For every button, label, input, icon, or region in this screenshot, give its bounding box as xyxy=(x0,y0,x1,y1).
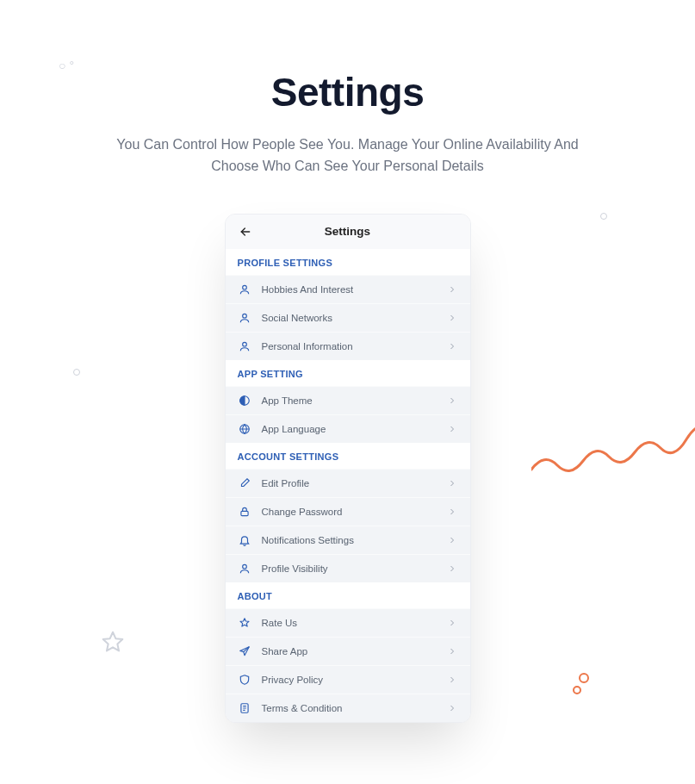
theme-icon xyxy=(238,394,251,408)
document-icon xyxy=(238,701,251,715)
row-terms[interactable]: Terms & Condition xyxy=(226,694,470,722)
svg-point-3 xyxy=(242,314,246,318)
section-header-profile: PROFILE SETTINGS xyxy=(226,249,470,275)
globe-icon xyxy=(238,422,251,436)
section-header-account: ACCOUNT SETTINGS xyxy=(226,443,470,469)
decoration-dots: ○° xyxy=(59,59,78,72)
star-icon xyxy=(238,616,251,630)
chevron-right-icon xyxy=(446,506,458,518)
row-notifications[interactable]: Notifications Settings xyxy=(226,526,470,554)
row-label: Edit Profile xyxy=(262,478,446,488)
chevron-right-icon xyxy=(446,674,458,686)
chevron-right-icon xyxy=(446,617,458,629)
svg-point-1 xyxy=(574,687,580,694)
decoration-circle xyxy=(600,213,607,220)
row-rate[interactable]: Rate Us xyxy=(226,608,470,637)
row-label: Notifications Settings xyxy=(262,535,446,545)
row-label: Terms & Condition xyxy=(262,703,446,713)
chevron-right-icon xyxy=(446,534,458,546)
back-icon[interactable] xyxy=(238,224,253,240)
row-personal[interactable]: Personal Information xyxy=(226,332,470,360)
row-label: Profile Visibility xyxy=(262,563,446,574)
svg-point-4 xyxy=(242,342,246,346)
row-label: Hobbies And Interest xyxy=(262,284,446,295)
chevron-right-icon xyxy=(446,423,458,435)
person-icon xyxy=(238,283,251,296)
pencil-icon xyxy=(238,476,251,490)
row-privacy[interactable]: Privacy Policy xyxy=(226,665,470,694)
send-icon xyxy=(238,644,251,658)
svg-point-0 xyxy=(580,674,588,682)
person-icon xyxy=(238,339,251,353)
bell-icon xyxy=(238,533,251,547)
chevron-right-icon xyxy=(446,395,458,407)
chevron-right-icon xyxy=(446,702,458,714)
chevron-right-icon xyxy=(446,645,458,657)
phone-header: Settings xyxy=(226,215,470,249)
row-hobbies[interactable]: Hobbies And Interest xyxy=(226,275,470,303)
chevron-right-icon xyxy=(446,477,458,489)
svg-rect-7 xyxy=(240,511,247,515)
row-label: Personal Information xyxy=(262,341,446,352)
page-subtitle: You Can Control How People See You. Mana… xyxy=(94,134,602,177)
chevron-right-icon xyxy=(446,312,458,324)
row-label: Change Password xyxy=(262,507,446,517)
svg-point-2 xyxy=(242,285,246,289)
chevron-right-icon xyxy=(446,283,458,296)
row-label: Social Networks xyxy=(262,313,446,323)
row-social[interactable]: Social Networks xyxy=(226,303,470,332)
person-icon xyxy=(238,311,251,325)
phone-mockup: Settings PROFILE SETTINGS Hobbies And In… xyxy=(225,214,471,723)
row-share[interactable]: Share App xyxy=(226,637,470,665)
row-visibility[interactable]: Profile Visibility xyxy=(226,554,470,582)
decoration-circle xyxy=(73,369,80,376)
shield-icon xyxy=(238,673,251,687)
row-edit-profile[interactable]: Edit Profile xyxy=(226,469,470,497)
chevron-right-icon xyxy=(446,563,458,575)
section-header-about: ABOUT xyxy=(226,582,470,608)
chevron-right-icon xyxy=(446,340,458,352)
row-label: Privacy Policy xyxy=(262,675,446,685)
row-label: App Language xyxy=(262,424,446,434)
row-theme[interactable]: App Theme xyxy=(226,386,470,414)
row-language[interactable]: App Language xyxy=(226,414,470,443)
section-header-app: APP SETTING xyxy=(226,360,470,386)
star-icon xyxy=(99,629,127,656)
page-title: Settings xyxy=(0,69,695,115)
person-icon xyxy=(238,562,251,576)
row-label: App Theme xyxy=(262,395,446,406)
screen-title: Settings xyxy=(226,225,470,238)
decoration-circles xyxy=(571,672,590,696)
lock-icon xyxy=(238,505,251,519)
svg-point-8 xyxy=(242,564,246,569)
decoration-wave xyxy=(531,414,695,491)
row-label: Rate Us xyxy=(262,618,446,628)
row-label: Share App xyxy=(262,646,446,656)
row-password[interactable]: Change Password xyxy=(226,497,470,526)
